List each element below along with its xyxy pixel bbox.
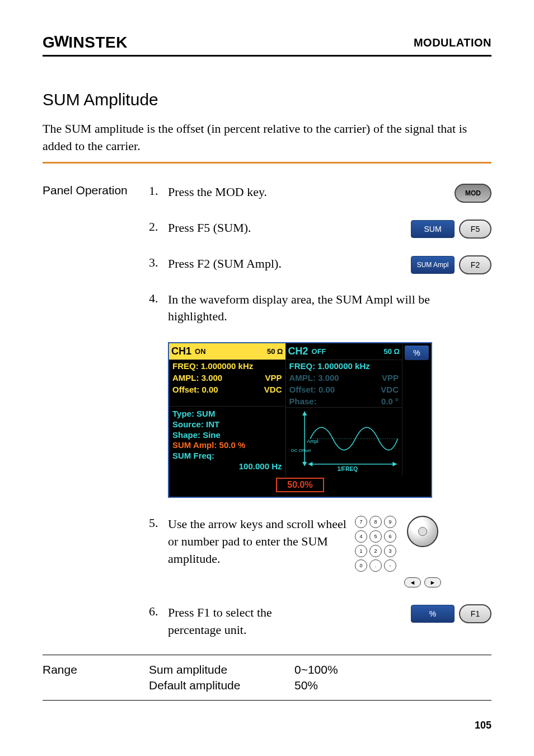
range-param: Sum amplitude <box>149 663 294 676</box>
keypad-key: 9 <box>384 516 396 528</box>
svg-marker-6 <box>392 462 397 466</box>
svg-marker-2 <box>302 462 307 466</box>
f5-key-icon: F5 <box>459 220 491 239</box>
keypad-key: 4 <box>355 530 367 543</box>
waveform-display: CH1 ON 50 Ω FREQ: 1.000000 kHz AMPL: 3.0… <box>168 342 432 498</box>
step-text: Press F1 to select the percentage unit. <box>168 604 325 639</box>
ch1-offset-unit: VDC <box>264 385 282 394</box>
ch2-state: OFF <box>312 347 326 356</box>
ch2-phase-value: 0.0 ° <box>381 396 399 406</box>
svg-text:Ampl: Ampl <box>307 438 318 444</box>
ch2-offset: Offset: 0.00 <box>289 385 335 394</box>
range-label: Range <box>43 663 149 676</box>
ch1-ampl-unit: VPP <box>265 373 282 382</box>
step-number: 1. <box>149 184 162 198</box>
sum-ampl-input-value: 50.0% <box>276 478 324 492</box>
svg-marker-5 <box>308 462 312 466</box>
f2-key-icon: F2 <box>459 255 491 274</box>
waveform-plot: Ampl DC Offset 1/FREQ <box>286 407 402 475</box>
step-number: 6. <box>149 604 162 619</box>
page-number: 105 <box>475 720 491 731</box>
ch1-freq: FREQ: 1.000000 kHz <box>172 361 253 371</box>
step-number: 4. <box>149 291 162 306</box>
mod-sum-freq-value: 100.000 Hz <box>172 461 282 472</box>
ch2-impedance: 50 Ω <box>384 347 400 356</box>
ch1-offset: Offset: 0.00 <box>172 385 218 394</box>
step-number: 3. <box>149 255 162 270</box>
percent-softkey-icon: % <box>411 605 455 623</box>
left-arrow-key-icon: ◄ <box>404 577 421 587</box>
mod-source: Source: INT <box>172 419 282 430</box>
scroll-wheel-icon <box>407 516 438 547</box>
step-text: Press F2 (SUM Ampl). <box>168 255 405 273</box>
ch1-ampl: AMPL: 3.000 <box>172 373 222 382</box>
mod-sum-ampl: SUM Ampl: 50.0 % <box>172 440 282 451</box>
ch2-offset-unit: VDC <box>381 385 399 394</box>
step-text: Press the MOD key. <box>168 184 449 201</box>
mod-sum-freq-label: SUM Freq: <box>172 451 282 461</box>
ch2-label: CH2 <box>288 346 308 357</box>
range-value: 0~100% <box>294 663 338 676</box>
svg-text:1/FREQ: 1/FREQ <box>337 466 358 472</box>
range-value: 50% <box>294 679 318 692</box>
svg-text:DC Offset: DC Offset <box>291 448 311 453</box>
keypad-key: 0 <box>355 559 367 572</box>
divider <box>43 162 491 164</box>
ch2-ampl-unit: VPP <box>382 373 399 382</box>
ch1-impedance: 50 Ω <box>267 347 283 356</box>
step-number: 2. <box>149 220 162 234</box>
ch2-ampl: AMPL: 3.000 <box>289 373 339 382</box>
svg-marker-1 <box>302 411 307 416</box>
ch2-phase-label: Phase: <box>289 396 317 406</box>
brand-logo: GWINSTEK <box>43 34 128 52</box>
range-param: Default amplitude <box>149 679 294 692</box>
keypad-key: 5 <box>369 530 382 543</box>
step-text: Press F5 (SUM). <box>168 220 405 237</box>
keypad-key: 6 <box>384 530 396 543</box>
percent-softkey: % <box>405 346 429 360</box>
sum-ampl-softkey-icon: SUM Ampl <box>411 256 455 274</box>
keypad-key: 3 <box>384 545 396 557</box>
keypad-key: 1 <box>355 545 367 557</box>
intro-text: The SUM amplitude is the offset (in perc… <box>43 120 491 155</box>
panel-operation-label: Panel Operation <box>43 184 139 646</box>
keypad-key: - <box>384 559 396 572</box>
page-title: SUM Amplitude <box>43 90 491 109</box>
numeric-keypad-icon: 7 8 9 4 5 6 1 2 3 0 . - <box>355 516 396 572</box>
keypad-key: 2 <box>369 545 382 557</box>
keypad-key: 8 <box>369 516 382 528</box>
section-label: MODULATION <box>414 36 491 49</box>
ch2-freq: FREQ: 1.000000 kHz <box>289 361 370 371</box>
step-text: In the waveform display area, the SUM Am… <box>168 291 491 326</box>
keypad-key: . <box>369 559 382 572</box>
ch1-label: CH1 <box>171 346 191 357</box>
right-arrow-key-icon: ► <box>424 577 441 587</box>
mod-key-icon: MOD <box>455 184 491 203</box>
keypad-key: 7 <box>355 516 367 528</box>
step-text: Use the arrow keys and scroll wheel or n… <box>168 516 347 567</box>
mod-type: Type: SUM <box>172 409 282 419</box>
step-number: 5. <box>149 516 162 530</box>
sum-softkey-icon: SUM <box>411 220 455 238</box>
mod-shape: Shape: Sine <box>172 430 282 441</box>
ch1-state: ON <box>195 347 206 356</box>
f1-key-icon: F1 <box>459 604 491 623</box>
